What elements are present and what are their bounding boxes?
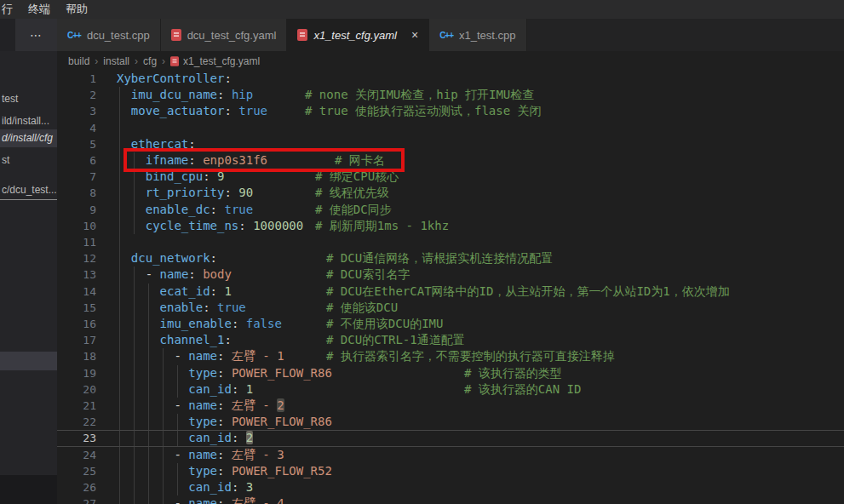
code-line-content[interactable]: - name: 左臂 - 1# 执行器索引名字，不需要控制的执行器可直接注释掉 (117, 348, 844, 364)
tree-item-install-cfg-selected[interactable]: d/install/cfg (0, 129, 57, 147)
tree-item-build-install[interactable]: ild/install... (0, 112, 57, 130)
code-line: 17 channel_1:# DCU的CTRL-1通道配置 (57, 332, 844, 348)
code-token (117, 267, 146, 281)
code-line-content[interactable]: - name: body# DCU索引名字 (117, 266, 844, 283)
code-line-content[interactable]: ecat_id: 1# DCU在EtherCAT网络中的ID，从主站开始，第一个… (117, 284, 844, 300)
code-line-content[interactable]: can_id: 3 (117, 479, 844, 495)
code-line-content[interactable]: type: POWER_FLOW_R86# 该执行器的类型 (117, 365, 844, 381)
code-token: name (160, 267, 189, 281)
code-token: 3 (246, 480, 253, 494)
code-line-content[interactable]: ethercat: (117, 136, 844, 152)
code-token (117, 333, 160, 346)
code-line-content[interactable]: bind_cpu: 9# 绑定CPU核心 (117, 169, 844, 185)
code-token (117, 349, 174, 363)
code-line-content[interactable]: ifname: enp0s31f6# 网卡名 (117, 152, 844, 169)
code-comment: # DCU在EtherCAT网络中的ID，从主站开始，第一个从站ID为1，依次增… (326, 284, 730, 300)
line-number: 18 (57, 348, 96, 364)
code-line-content[interactable]: dcu_network:# DCU通信网络，请根据实机连接情况配置 (117, 250, 844, 266)
code-line-content[interactable]: imu_enable: false# 不使用该DCU的IMU (117, 316, 844, 332)
code-token (210, 301, 217, 314)
breadcrumb-item-build[interactable]: build (68, 55, 89, 67)
code-token (117, 480, 188, 494)
code-token (117, 301, 160, 314)
code-line-content[interactable]: XyberController: (117, 71, 844, 87)
code-token: POWER_FLOW_R52 (232, 464, 332, 478)
code-line-content[interactable]: - name: 左臂 - 4 (117, 495, 844, 504)
code-line: 5 ethercat: (57, 136, 844, 152)
code-token: dcu_network (131, 251, 210, 265)
code-line-content[interactable]: cycle_time_ns: 1000000# 刷新周期1ms - 1khz (117, 218, 844, 234)
code-token (117, 203, 146, 216)
code-token: ecat_id (160, 284, 210, 298)
code-token: name (188, 448, 217, 461)
code-token: 1 (246, 382, 253, 396)
ellipsis-icon: ⋯ (30, 28, 43, 42)
code-token: true (224, 203, 253, 216)
menu-item-run[interactable]: 行 (0, 0, 20, 19)
tree-row-highlight[interactable] (0, 352, 57, 370)
code-line: 26 can_id: 3 (57, 479, 844, 495)
code-token: : (238, 219, 245, 232)
code-token (117, 186, 146, 199)
tree-item-test[interactable]: test (0, 90, 57, 108)
code-token: - (174, 496, 181, 504)
more-actions-button[interactable]: ⋯ (15, 19, 57, 51)
line-number: 5 (57, 136, 96, 152)
close-tab-icon[interactable]: × (411, 29, 418, 41)
code-line: 21 - name: 左臂 - 2 (57, 398, 844, 414)
code-line-content[interactable]: channel_1:# DCU的CTRL-1通道配置 (117, 332, 844, 348)
menu-item-terminal[interactable]: 终端 (20, 0, 58, 19)
code-token (238, 480, 245, 494)
code-comment: # 线程优先级 (315, 185, 389, 201)
code-token: : (203, 301, 210, 314)
code-token (238, 317, 245, 330)
code-line-content[interactable]: rt_priority: 90# 线程优先级 (117, 185, 844, 201)
code-token: - (174, 398, 181, 412)
code-token: : (224, 186, 231, 199)
code-line-content[interactable]: imu_dcu_name: hip# none 关闭IMU检查，hip 打开IM… (117, 87, 844, 103)
code-token (210, 169, 217, 183)
code-line-content[interactable]: type: POWER_FLOW_R86 (117, 414, 844, 430)
line-number: 25 (57, 463, 96, 479)
code-line: 11 (57, 234, 844, 250)
breadcrumb-item-file[interactable]: x1_test_cfg.yaml (170, 55, 260, 67)
code-line-content[interactable]: enable: true# 使能该DCU (117, 300, 844, 316)
cpp-file-icon (67, 31, 81, 40)
code-line-content[interactable]: can_id: 1# 该执行器的CAN ID (117, 381, 844, 398)
line-number: 20 (57, 381, 96, 398)
code-token (224, 415, 231, 428)
code-line-content[interactable]: - name: 左臂 - 3 (117, 447, 844, 463)
tree-item-dcu-test[interactable]: c/dcu_test... (0, 181, 57, 200)
code-line-content[interactable]: move_actuator: true# true 使能执行器运动测试，flas… (117, 103, 844, 119)
tree-item-st[interactable]: st (0, 152, 57, 169)
code-token (117, 219, 146, 232)
code-token: - (174, 349, 181, 363)
code-token: enable_dc (146, 203, 210, 216)
code-line-content[interactable]: can_id: 2 (117, 430, 844, 446)
code-token (117, 415, 188, 428)
breadcrumb-item-cfg[interactable]: cfg (143, 55, 157, 67)
code-editor[interactable]: 1XyberController:2 imu_dcu_name: hip# no… (57, 71, 844, 504)
code-token (117, 169, 146, 183)
code-token: : (188, 267, 195, 281)
breadcrumb-item-install[interactable]: install (103, 55, 129, 67)
menu-item-help[interactable]: 帮助 (58, 0, 95, 19)
code-line-content[interactable]: enable_dc: true# 使能DC同步 (117, 202, 844, 218)
code-line: 10 cycle_time_ns: 1000000# 刷新周期1ms - 1kh… (57, 218, 844, 234)
line-number: 12 (57, 250, 96, 266)
code-line-content[interactable]: type: POWER_FLOW_R52 (117, 463, 844, 479)
code-line: 4 (57, 120, 844, 136)
code-token: imu_dcu_name (131, 88, 217, 101)
code-token: channel_1 (160, 333, 225, 346)
tab-dcu-test-cfg-yaml[interactable]: dcu_test_cfg.yaml (161, 19, 288, 51)
line-number: 27 (57, 495, 96, 504)
tab-x1-test-cpp[interactable]: x1_test.cpp (429, 19, 526, 51)
tab-label: dcu_test.cpp (87, 29, 150, 42)
line-number: 23 (57, 430, 96, 446)
code-line-content[interactable]: - name: 左臂 - 2 (117, 398, 844, 414)
code-token (117, 398, 174, 412)
line-number: 9 (57, 202, 96, 218)
tab-x1-test-cfg-yaml-active[interactable]: x1_test_cfg.yaml × (287, 19, 429, 51)
tab-dcu-test-cpp[interactable]: dcu_test.cpp (57, 19, 161, 51)
code-token: 左臂 - 4 (232, 496, 284, 504)
